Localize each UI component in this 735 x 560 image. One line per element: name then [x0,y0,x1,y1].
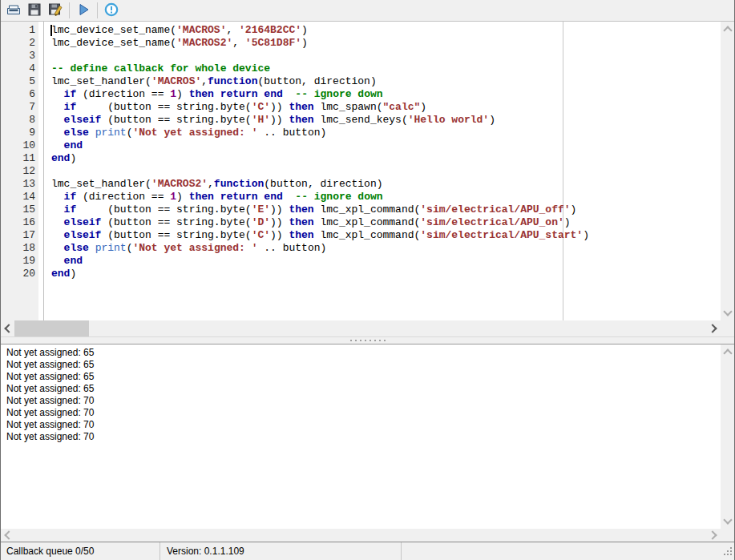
splitter-grip-dot [370,340,371,341]
output-line: Not yet assigned: 70 [6,395,721,407]
code-line[interactable]: 3 [1,50,721,62]
info-button[interactable] [102,1,121,20]
code-line[interactable]: 6 if (direction == 1) then return end --… [1,88,721,101]
open-icon [6,2,22,20]
code-line[interactable]: 14 if (direction == 1) then return end -… [1,191,721,203]
scroll-down-arrow-icon[interactable] [723,515,732,524]
code-line[interactable]: 17 elseif (button == string.byte('C')) t… [1,229,721,242]
toolbar-separator [97,2,98,18]
output-hscroll-row [1,529,734,542]
output-line: Not yet assigned: 70 [6,407,721,419]
code-line[interactable]: 20end) [1,268,721,280]
save-as-button[interactable] [46,1,65,20]
status-bar: Callback queue 0/50 Version: 0.1.1.109 [1,542,734,560]
output-line: Not yet assigned: 65 [6,383,721,395]
code-line[interactable]: 10 end [1,139,721,152]
code-line[interactable]: 16 elseif (button == string.byte('D')) t… [1,216,721,229]
code-text: else print('Not yet assigned: ' .. butto… [51,127,326,139]
save-as-icon [47,2,63,20]
output-line: Not yet assigned: 70 [6,431,721,443]
line-number: 8 [1,114,35,127]
scroll-down-arrow-icon[interactable] [723,307,732,316]
line-number: 5 [1,75,35,88]
code-text: -- define callback for whole device [51,62,270,75]
output-log: Not yet assigned: 65Not yet assigned: 65… [1,344,721,529]
code-line[interactable]: 13lmc_set_handler('MACROS2',function(but… [1,178,721,191]
scrollbar-corner [721,529,734,542]
code-text: else print('Not yet assigned: ' .. butto… [51,242,326,255]
status-version: Version: 0.1.1.109 [160,542,402,560]
scroll-left-arrow-icon[interactable] [4,324,13,332]
status-spacer [402,542,734,560]
code-line[interactable]: 11end) [1,152,721,165]
line-number: 18 [1,242,35,255]
line-number: 6 [1,88,35,101]
editor-row: 1lmc_device_set_name('MACROS', '2164B2CC… [1,22,734,320]
line-number: 1 [1,24,35,37]
code-line[interactable]: 9 else print('Not yet assigned: ' .. but… [1,127,721,139]
scroll-up-arrow-icon[interactable] [723,348,732,357]
output-line: Not yet assigned: 65 [6,371,721,383]
code-line[interactable]: 12 [1,165,721,178]
code-line[interactable]: 1lmc_device_set_name('MACROS', '2164B2CC… [1,24,721,37]
editor-horizontal-scrollbar[interactable] [1,320,721,336]
run-button[interactable] [74,1,93,20]
scrollbar-corner [721,320,734,336]
code-text: lmc_device_set_name('MACROS', '2164B2CC'… [51,24,308,37]
code-text: elseif (button == string.byte('H')) then… [51,114,495,127]
code-text: if (button == string.byte('C')) then lmc… [51,101,426,114]
scroll-up-arrow-icon[interactable] [723,26,732,34]
code-text: end) [51,152,76,165]
line-number: 4 [1,62,35,75]
line-number: 20 [1,268,35,280]
status-callback-queue: Callback queue 0/50 [1,542,160,560]
code-text: elseif (button == string.byte('C')) then… [51,229,589,242]
splitter-grip-dot [365,340,366,341]
code-text: end [51,139,83,152]
line-number: 16 [1,216,35,229]
code-line[interactable]: 19 end [1,255,721,268]
code-lines: 1lmc_device_set_name('MACROS', '2164B2CC… [1,24,721,280]
output-line: Not yet assigned: 65 [6,347,721,359]
code-text: if (direction == 1) then return end -- i… [51,88,383,101]
output-horizontal-scrollbar[interactable] [1,529,721,542]
scroll-right-arrow-icon[interactable] [708,530,717,539]
code-line[interactable]: 5lmc_set_handler('MACROS',function(butto… [1,75,721,88]
code-line[interactable]: 8 elseif (button == string.byte('H')) th… [1,114,721,127]
save-button[interactable] [25,1,44,20]
splitter-grip-dot [360,340,361,341]
code-text: lmc_device_set_name('MACROS2', '5C81D8F'… [51,37,308,50]
editor-hscroll-row [1,320,734,336]
luamacros-window: 1lmc_device_set_name('MACROS', '2164B2CC… [0,0,735,560]
output-vertical-scrollbar[interactable] [721,344,734,529]
line-number: 7 [1,101,35,114]
code-line[interactable]: 7 if (button == string.byte('C')) then l… [1,101,721,114]
line-number: 10 [1,139,35,152]
line-number: 12 [1,165,35,178]
code-line[interactable]: 2lmc_device_set_name('MACROS2', '5C81D8F… [1,37,721,50]
run-icon [75,2,91,20]
scroll-right-arrow-icon[interactable] [708,324,717,332]
scrollbar-thumb[interactable] [14,320,89,336]
output-line: Not yet assigned: 70 [6,419,721,431]
resize-grip-icon[interactable] [723,546,733,558]
line-number: 17 [1,229,35,242]
editor-vertical-scrollbar[interactable] [721,22,734,320]
splitter-grip-dot [355,340,357,341]
toolbar [1,0,734,22]
panel-splitter[interactable] [1,336,734,344]
code-text: lmc_set_handler('MACROS2',function(butto… [51,178,383,191]
code-line[interactable]: 4-- define callback for whole device [1,62,721,75]
code-line[interactable]: 18 else print('Not yet assigned: ' .. bu… [1,242,721,255]
line-number: 13 [1,178,35,191]
open-button[interactable] [4,1,23,20]
splitter-grip-dot [384,340,386,341]
line-number: 19 [1,255,35,268]
code-editor[interactable]: 1lmc_device_set_name('MACROS', '2164B2CC… [1,22,721,320]
line-number: 9 [1,127,35,139]
scroll-left-arrow-icon[interactable] [4,530,13,539]
info-icon [103,2,119,20]
line-number: 14 [1,191,35,203]
save-icon [26,2,42,20]
code-line[interactable]: 15 if (button == string.byte('E')) then … [1,203,721,216]
